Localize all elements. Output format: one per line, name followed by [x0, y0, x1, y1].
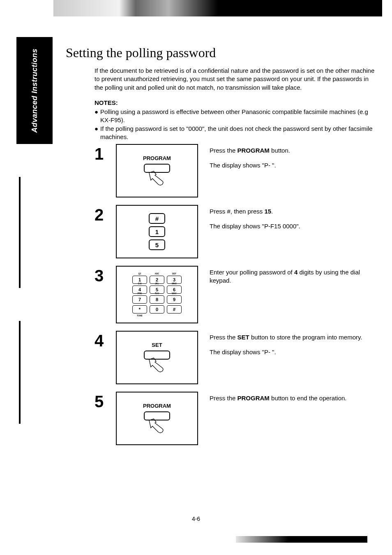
finger-press-icon — [148, 418, 166, 434]
step-row: 1 PROGRAM Press the PROGRAM button. The … — [95, 144, 382, 197]
notes-heading: NOTES: — [95, 99, 118, 106]
step-description: Press the PROGRAM button to end the oper… — [198, 392, 382, 409]
intro-text: If the document to be retrieved is of a … — [95, 67, 378, 92]
keypad-key-icon: 7PRS — [132, 295, 147, 304]
step-diagram: # 1 5 — [116, 205, 198, 258]
step-number: 1 — [95, 144, 116, 162]
bullet-icon: ● — [95, 108, 100, 125]
button-label: SET — [152, 342, 162, 348]
page-edge-rule — [19, 321, 21, 424]
step-diagram: PROGRAM — [116, 392, 198, 445]
note-text: If the polling password is set to "0000"… — [100, 125, 378, 142]
step-number: 4 — [95, 331, 116, 349]
section-tab-label: Advanced Instructions — [30, 49, 39, 133]
digit-key-icon: 1 — [149, 226, 165, 237]
step-diagram: SET — [116, 331, 198, 384]
notes-list: ● Polling using a password is effective … — [95, 108, 378, 141]
page-edge-rule — [19, 177, 21, 288]
note-text: Polling using a password is effective be… — [100, 108, 378, 125]
page-number: 4-6 — [0, 516, 392, 522]
hash-key-icon: # — [149, 213, 165, 224]
note-item: ● Polling using a password is effective … — [95, 108, 378, 125]
step-diagram: PROGRAM — [116, 144, 198, 197]
note-item: ● If the polling password is set to "000… — [95, 125, 378, 142]
step-row: 3 1QZ2ABC3DEF4GHI5JKL6MNO7PRS8TUV9WXY*TO… — [95, 266, 382, 323]
finger-press-icon — [148, 357, 166, 374]
finger-press-icon — [148, 170, 166, 187]
manual-page: Advanced Instructions Setting the pollin… — [0, 0, 392, 555]
button-label: PROGRAM — [143, 155, 171, 161]
dial-keypad-icon: 1QZ2ABC3DEF4GHI5JKL6MNO7PRS8TUV9WXY*TONE… — [132, 276, 182, 313]
step-number: 2 — [95, 205, 116, 223]
step-description: Press the PROGRAM button. The display sh… — [198, 144, 382, 176]
digit-key-icon: 5 — [149, 239, 165, 250]
step-number: 3 — [95, 266, 116, 284]
keypad-key-icon: # — [167, 305, 182, 313]
step-row: 2 # 1 5 Press #, then press 15. The disp… — [95, 205, 382, 258]
keypad-key-icon: 0 — [150, 305, 164, 313]
step-number: 5 — [95, 392, 116, 410]
step-description: Press #, then press 15. The display show… — [198, 205, 382, 237]
scan-noise-bottom — [236, 536, 367, 543]
bullet-icon: ● — [95, 125, 100, 142]
steps-container: 1 PROGRAM Press the PROGRAM button. The … — [95, 144, 382, 453]
keypad-key-icon: 9WXY — [167, 295, 182, 304]
keypad-key-icon: 8TUV — [150, 295, 164, 304]
step-row: 5 PROGRAM Press the PROGRAM button to en… — [95, 392, 382, 445]
page-title: Setting the polling password — [66, 45, 216, 60]
button-label: PROGRAM — [143, 403, 171, 409]
step-description: Enter your polling password of 4 digits … — [198, 266, 382, 292]
step-diagram: 1QZ2ABC3DEF4GHI5JKL6MNO7PRS8TUV9WXY*TONE… — [116, 266, 198, 323]
step-row: 4 SET Press the SET button to store the … — [95, 331, 382, 384]
section-tab: Advanced Instructions — [16, 37, 53, 144]
keypad-key-icon: *TONE — [132, 305, 147, 313]
step-description: Press the SET button to store the progra… — [198, 331, 382, 363]
scan-noise-top — [53, 0, 382, 16]
